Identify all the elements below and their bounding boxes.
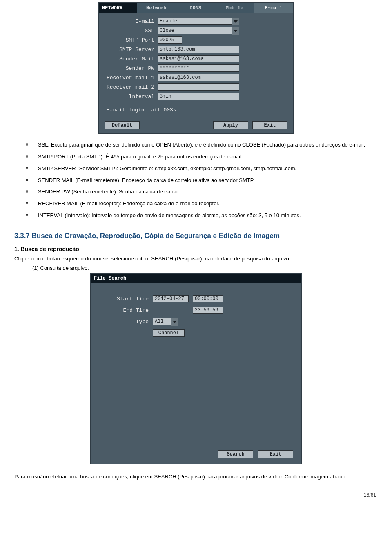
apply-button[interactable]: Apply	[213, 121, 248, 129]
email-enable-select[interactable]: Enable	[158, 18, 239, 25]
interval-input[interactable]: 3min	[158, 93, 239, 100]
email-login-status: E-mail login fail 003s	[105, 102, 287, 117]
receiver1-label: Receiver mail 1	[105, 75, 154, 81]
page-number: 16/61	[14, 492, 378, 498]
bullet-smtp-port: SMTP PORT (Porta SMTP): É 465 para o gma…	[26, 153, 378, 165]
sender-mail-label: Sender Mail	[105, 56, 154, 62]
bullet-interval: INTERVAL (Intervalo): Intervalo de tempo…	[26, 212, 378, 224]
receiver1-input[interactable]: sskss1@163.com	[158, 74, 239, 81]
network-email-panel: NETWORK Network DDNS Mobile E-mail E-mai…	[98, 2, 294, 134]
chevron-down-icon	[232, 18, 239, 25]
section-heading-337: 3.3.7 Busca de Gravação, Reprodução, Cóp…	[14, 232, 378, 240]
tab-network[interactable]: Network	[137, 3, 176, 13]
bullet-smtp-server: SMTP SERVER (Servidor SMTP): Geralmente …	[26, 165, 378, 177]
exit-button[interactable]: Exit	[258, 450, 293, 458]
channel-button[interactable]: Channel	[153, 329, 185, 337]
start-date-input[interactable]: 2012-04-27	[153, 295, 189, 302]
email-form: E-mail Enable SSL Close SMTP Port 00025 …	[99, 13, 293, 118]
smtp-port-input[interactable]: 00025	[158, 36, 182, 44]
sender-pw-input[interactable]: **********	[158, 64, 239, 72]
smtp-server-label: SMTP Server	[105, 47, 154, 53]
email-enable-value: Enable	[160, 18, 177, 24]
search-button[interactable]: Search	[218, 450, 253, 458]
default-button[interactable]: Default	[105, 121, 140, 129]
end-time-input[interactable]: 23:59:59	[193, 307, 223, 314]
bullet-ssl: SSL: Exceto para gmail que de ser defini…	[26, 141, 378, 153]
bullet-sender-mail: SENDER MAIL (E-mail remetente): Endereço…	[26, 177, 378, 189]
ssl-value: Close	[160, 28, 174, 33]
subheading-search-playback: 1. Busca de reprodução	[14, 246, 378, 252]
tail-paragraph: Para o usuário efetuar uma busca de cond…	[14, 473, 378, 481]
end-time-label: End Time	[96, 307, 149, 313]
receiver2-label: Receiver mail 2	[105, 84, 154, 90]
enum-file-consultation: (1) Consulta de arquivo.	[14, 265, 378, 271]
file-search-results-area	[96, 341, 296, 443]
sender-pw-label: Sender PW	[105, 65, 154, 71]
email-field-descriptions: SSL: Exceto para gmail que de ser defini…	[14, 141, 378, 224]
bullet-sender-pw: SENDER PW (Senha remetente): Senha da ca…	[26, 188, 378, 200]
search-lead-paragraph: Clique com o botão esquerdo do mouse, se…	[14, 255, 378, 263]
chevron-down-icon	[171, 318, 178, 326]
type-label: Type	[96, 319, 149, 325]
file-search-panel: File Search Start Time 2012-04-27 00:00:…	[90, 273, 302, 464]
file-search-button-bar: Search Exit	[91, 446, 301, 464]
interval-label: Interval	[105, 93, 154, 100]
tab-ddns[interactable]: DDNS	[176, 3, 215, 13]
chevron-down-icon	[232, 27, 239, 35]
ssl-select[interactable]: Close	[158, 27, 239, 34]
start-time-label: Start Time	[96, 296, 149, 302]
bullet-receiver: RECEIVER MAIL (E-mail receptor): Endereç…	[26, 200, 378, 212]
sender-mail-input[interactable]: sskss1@163.coma	[158, 55, 239, 62]
network-tabs: NETWORK Network DDNS Mobile E-mail	[99, 3, 293, 13]
exit-button[interactable]: Exit	[252, 121, 287, 129]
ssl-label: SSL	[105, 28, 154, 34]
type-select[interactable]: All	[153, 318, 178, 325]
tab-network-caption: NETWORK	[99, 3, 137, 13]
email-button-bar: Default Apply Exit	[99, 118, 293, 133]
start-time-input[interactable]: 00:00:00	[193, 295, 223, 302]
tab-email[interactable]: E-mail	[254, 3, 293, 13]
email-enable-label: E-mail	[105, 18, 154, 24]
receiver2-input[interactable]	[158, 83, 239, 91]
smtp-port-label: SMTP Port	[105, 37, 154, 43]
type-value: All	[155, 319, 164, 324]
file-search-title: File Search	[91, 274, 301, 283]
smtp-server-input[interactable]: smtp.163.com	[158, 46, 239, 53]
tab-mobile[interactable]: Mobile	[215, 3, 254, 13]
